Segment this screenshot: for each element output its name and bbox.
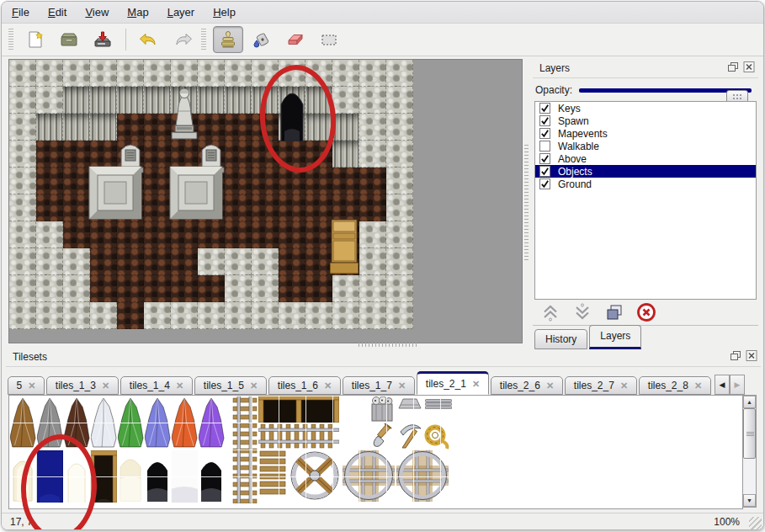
map-tile[interactable] [144,168,171,194]
map-tile[interactable] [144,221,171,248]
map-tile[interactable] [9,302,36,329]
map-tile[interactable] [36,275,63,302]
layer-checkbox[interactable] [539,141,550,152]
layer-checkbox[interactable] [539,128,550,139]
map-tile[interactable] [305,168,332,194]
map-tile[interactable] [305,87,332,114]
capital-tile[interactable] [398,397,422,409]
delete-icon[interactable] [634,301,659,324]
map-tile[interactable] [90,302,117,329]
layer-row-mapevents[interactable]: Mapevents [535,127,756,140]
map-tile[interactable] [305,302,332,329]
map-tile[interactable] [225,114,252,141]
map-tile[interactable] [198,60,225,87]
map-tile[interactable] [9,194,36,221]
map-tile[interactable] [9,221,36,248]
map-tile[interactable] [332,275,359,302]
map-tile[interactable] [252,248,279,275]
map-tile[interactable] [144,60,171,87]
crystal-tile[interactable] [117,396,144,449]
map-tile[interactable] [359,141,386,168]
map-tile[interactable] [9,275,36,302]
layer-row-walkable[interactable]: Walkable [535,140,756,152]
cabinet-sprite[interactable] [330,219,359,274]
map-tile[interactable] [9,114,36,141]
map-tile[interactable] [359,302,386,329]
horizontal-splitter-handle[interactable] [359,343,419,347]
black-arch-door-tile[interactable] [198,450,225,503]
layer-row-keys[interactable]: Keys [535,102,756,114]
tab-close-icon[interactable]: ✕ [250,380,258,391]
map-tile[interactable] [225,168,252,194]
map-tile[interactable] [332,168,359,194]
bars-tile[interactable] [425,397,452,407]
map-tile[interactable] [252,221,279,248]
map-tile[interactable] [90,275,117,302]
map-tile[interactable] [386,194,413,221]
map-tile[interactable] [171,302,198,329]
tileset-scrollbar[interactable]: ▲ ▼ [742,395,757,508]
tileset-content[interactable] [8,395,743,509]
map-tile[interactable] [90,87,117,114]
ghost-door-tile[interactable] [9,450,36,503]
map-tile[interactable] [9,87,36,114]
close-icon[interactable] [744,350,758,363]
vertical-splitter-handle[interactable] [524,145,529,263]
map-tile[interactable] [90,60,117,87]
map-tile[interactable] [144,248,171,275]
map-tile[interactable] [386,248,413,275]
map-tile[interactable] [117,87,144,114]
map-tile[interactable] [225,302,252,329]
map-tile[interactable] [279,248,305,275]
frame-top-tile[interactable] [258,396,339,423]
map-tile[interactable] [359,87,386,114]
htrack-tile[interactable] [258,423,339,450]
map-tile[interactable] [359,168,386,194]
tab-close-icon[interactable]: ✕ [620,380,628,391]
map-tile[interactable] [36,114,63,141]
map-tile[interactable] [332,60,359,87]
map-tile[interactable] [225,141,252,168]
layer-row-spawn[interactable]: Spawn [535,114,756,127]
map-tile[interactable] [386,302,413,329]
map-tile[interactable] [198,221,225,248]
map-tile[interactable] [117,221,144,248]
tileset-tab-tiles_2_7[interactable]: tiles_2_7✕ [565,376,637,395]
close-icon[interactable] [741,61,756,74]
map-tile[interactable] [332,114,359,141]
resize-grip[interactable] [749,517,762,529]
map-tile[interactable] [386,221,413,248]
layer-checkbox[interactable] [539,166,550,177]
map-tile[interactable] [198,275,225,302]
map-tile[interactable] [279,302,305,329]
map-tile[interactable] [63,194,90,221]
tab-close-icon[interactable]: ✕ [546,380,554,391]
map-tile[interactable] [63,302,90,329]
tileset-tab-tiles_1_4[interactable]: tiles_1_4✕ [120,376,193,395]
toolbar-grip[interactable] [201,29,206,51]
map-tile[interactable] [36,248,63,275]
layer-checkbox[interactable] [539,115,550,126]
undo-icon[interactable] [134,26,164,53]
map-tile[interactable] [36,168,63,194]
map-view[interactable] [8,59,523,343]
map-tile[interactable] [90,141,117,168]
map-tile[interactable] [332,141,359,168]
map-tile[interactable] [225,87,252,114]
map-tile[interactable] [386,141,413,168]
map-tile[interactable] [117,248,144,275]
map-tile[interactable] [359,248,386,275]
map-tile[interactable] [144,141,171,168]
map-tile[interactable] [305,60,332,87]
map-tile[interactable] [305,114,332,141]
rope-tile[interactable] [423,423,450,450]
layer-row-above[interactable]: Above [535,152,756,165]
tab-close-icon[interactable]: ✕ [176,380,183,391]
map-tile[interactable] [225,275,252,302]
map-tile[interactable] [386,87,413,114]
tab-close-icon[interactable]: ✕ [694,380,702,391]
map-tile[interactable] [63,87,90,114]
map-tile[interactable] [36,60,63,87]
shovel-tile[interactable] [371,423,393,449]
planks-tile[interactable] [258,450,287,502]
